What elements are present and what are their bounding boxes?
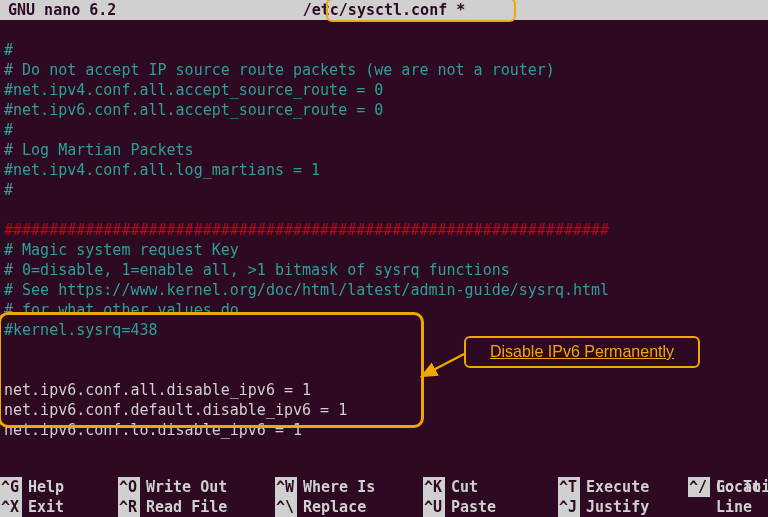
shortcut-label: Help <box>28 477 64 497</box>
line: # 0=disable, 1=enable all, >1 bitmask of… <box>4 261 510 279</box>
line: # <box>4 41 13 59</box>
app-name: GNU nano 6.2 <box>8 0 116 20</box>
line: # Do not accept IP source route packets … <box>4 61 555 79</box>
nano-shortcut-bar: ^GHelp ^OWrite Out ^WWhere Is ^KCut ^TEx… <box>0 477 768 517</box>
line: # Log Martian Packets <box>4 141 194 159</box>
shortcut-writeout[interactable]: ^OWrite Out <box>118 477 275 497</box>
line: # Magic system request Key <box>4 241 239 259</box>
shortcut-justify[interactable]: ^JJustify <box>558 497 688 517</box>
editor-content[interactable]: # # Do not accept IP source route packet… <box>0 20 768 460</box>
shortcut-row: ^XExit ^RRead File ^\Replace ^UPaste ^JJ… <box>0 497 768 517</box>
shortcut-key: ^R <box>118 497 140 517</box>
shortcut-label: Execute <box>586 477 649 497</box>
shortcut-key: ^\ <box>275 497 297 517</box>
shortcut-label: Write Out <box>146 477 227 497</box>
shortcut-label: Cut <box>451 477 478 497</box>
shortcut-readfile[interactable]: ^RRead File <box>118 497 275 517</box>
shortcut-label: Go To Line <box>716 477 768 517</box>
line: #kernel.sysrq=438 <box>4 321 158 339</box>
line: #net.ipv6.conf.all.accept_source_route =… <box>4 101 383 119</box>
shortcut-label: Paste <box>451 497 496 517</box>
shortcut-whereis[interactable]: ^WWhere Is <box>275 477 423 497</box>
shortcut-label: Exit <box>28 497 64 517</box>
line: #net.ipv4.conf.all.log_martians = 1 <box>4 161 320 179</box>
shortcut-label: Justify <box>586 497 649 517</box>
shortcut-label: Read File <box>146 497 227 517</box>
shortcut-label: Replace <box>303 497 366 517</box>
shortcut-key: ^G <box>0 477 22 497</box>
line: # for what other values do <box>4 301 239 319</box>
shortcut-key: ^U <box>423 497 445 517</box>
shortcut-paste[interactable]: ^UPaste <box>423 497 558 517</box>
line: # See https://www.kernel.org/doc/html/la… <box>4 281 609 299</box>
shortcut-gotoline[interactable]: ^/Go To Line <box>688 477 768 517</box>
shortcut-exit[interactable]: ^XExit <box>0 497 118 517</box>
terminal-screen: GNU nano 6.2 /etc/sysctl.conf * # # Do n… <box>0 0 768 517</box>
shortcut-key: ^W <box>275 477 297 497</box>
shortcut-key: ^J <box>558 497 580 517</box>
shortcut-key: ^/ <box>688 477 710 497</box>
shortcut-execute[interactable]: ^TExecute <box>558 477 688 497</box>
line-disable-ipv6: net.ipv6.conf.lo.disable_ipv6 = 1 <box>4 421 302 439</box>
line-disable-ipv6: net.ipv6.conf.all.disable_ipv6 = 1 <box>4 381 311 399</box>
nano-titlebar: GNU nano 6.2 /etc/sysctl.conf * <box>0 0 768 20</box>
line-disable-ipv6: net.ipv6.conf.default.disable_ipv6 = 1 <box>4 401 347 419</box>
shortcut-replace[interactable]: ^\Replace <box>275 497 423 517</box>
annotation-callout-text: Disable IPv6 Permanently <box>490 342 674 362</box>
line: #net.ipv4.conf.all.accept_source_route =… <box>4 81 383 99</box>
shortcut-key: ^O <box>118 477 140 497</box>
shortcut-key: ^K <box>423 477 445 497</box>
annotation-callout: Disable IPv6 Permanently <box>464 336 700 368</box>
shortcut-label: Where Is <box>303 477 375 497</box>
line: # <box>4 181 13 199</box>
shortcut-help[interactable]: ^GHelp <box>0 477 118 497</box>
shortcut-key: ^T <box>558 477 580 497</box>
file-name: /etc/sysctl.conf * <box>303 0 466 20</box>
shortcut-cut[interactable]: ^KCut <box>423 477 558 497</box>
line-hash-divider: ########################################… <box>4 221 609 239</box>
shortcut-row: ^GHelp ^OWrite Out ^WWhere Is ^KCut ^TEx… <box>0 477 768 497</box>
shortcut-key: ^X <box>0 497 22 517</box>
line: # <box>4 121 13 139</box>
